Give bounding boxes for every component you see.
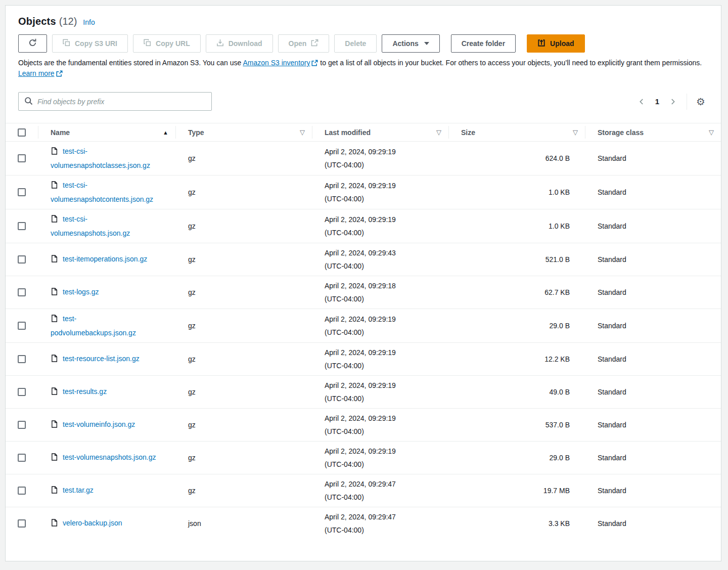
storage-class-cell: Standard: [585, 319, 721, 332]
actions-button[interactable]: Actions: [382, 34, 439, 53]
modified-timezone: (UTC-04:00): [325, 226, 441, 239]
table-row: velero-backup.json json April 2, 2024, 0…: [6, 507, 721, 540]
object-name-link[interactable]: test-csi-volumesnapshots.json.gz: [51, 215, 130, 237]
row-checkbox[interactable]: [18, 487, 26, 495]
row-checkbox[interactable]: [18, 355, 26, 363]
refresh-button[interactable]: [18, 34, 47, 53]
name-cell: velero-backup.json: [38, 516, 175, 531]
filter-icon[interactable]: ▽: [436, 128, 441, 136]
search-input[interactable]: [37, 98, 206, 106]
learn-more-link[interactable]: Learn more: [18, 69, 55, 77]
modified-date: April 2, 2024, 09:29:43: [325, 246, 441, 259]
object-name-link[interactable]: test.tar.gz: [63, 486, 94, 494]
table-body: test-csi-volumesnapshotclasses.json.gz g…: [6, 142, 721, 540]
row-checkbox[interactable]: [18, 519, 26, 528]
column-header-type[interactable]: Type ▽: [175, 123, 312, 141]
row-checkbox[interactable]: [18, 188, 26, 196]
storage-class-cell: Standard: [585, 451, 721, 464]
object-name-link[interactable]: test-logs.gz: [63, 288, 99, 296]
copy-icon: [63, 39, 70, 48]
object-name-link[interactable]: test-resource-list.json.gz: [63, 355, 140, 363]
row-checkbox[interactable]: [18, 255, 26, 264]
row-checkbox[interactable]: [18, 421, 26, 429]
last-modified-cell: April 2, 2024, 09:29:19 (UTC-04:00): [312, 346, 448, 372]
previous-page-button[interactable]: [634, 95, 649, 108]
row-checkbox-cell: [6, 222, 38, 230]
row-checkbox[interactable]: [18, 288, 26, 296]
row-checkbox[interactable]: [18, 388, 26, 396]
current-page[interactable]: 1: [649, 97, 665, 106]
controls-row: 1 ⚙: [18, 92, 708, 111]
modified-timezone: (UTC-04:00): [325, 192, 441, 205]
filter-icon[interactable]: ▽: [573, 128, 578, 136]
column-header-name[interactable]: Name ▲: [38, 123, 175, 141]
row-checkbox[interactable]: [18, 454, 26, 462]
storage-class-cell: Standard: [585, 152, 721, 165]
type-cell: gz: [175, 451, 312, 464]
file-icon: [51, 485, 58, 498]
row-checkbox-cell: [6, 454, 38, 462]
modified-date: April 2, 2024, 09:29:19: [325, 213, 441, 226]
select-all-checkbox[interactable]: [18, 128, 26, 137]
info-link[interactable]: Info: [83, 18, 95, 26]
name-cell: test-results.gz: [38, 385, 175, 399]
table-row: test.tar.gz gz April 2, 2024, 09:29:47 (…: [6, 474, 721, 507]
create-folder-button[interactable]: Create folder: [451, 34, 516, 53]
modified-date: April 2, 2024, 09:29:19: [325, 412, 441, 425]
row-checkbox-cell: [6, 355, 38, 363]
next-page-button[interactable]: [665, 95, 680, 108]
copy-icon: [144, 39, 151, 48]
object-name-link[interactable]: test-results.gz: [63, 387, 107, 396]
size-cell: 624.0 B: [448, 152, 585, 165]
object-name-link[interactable]: test-csi-volumesnapshotclasses.json.gz: [51, 147, 150, 169]
name-cell: test-podvolumebackups.json.gz: [38, 312, 175, 339]
column-header-size[interactable]: Size ▽: [448, 123, 585, 141]
name-cell: test-csi-volumesnapshots.json.gz: [38, 212, 175, 240]
row-checkbox[interactable]: [18, 154, 26, 162]
object-name-link[interactable]: test-volumeinfo.json.gz: [63, 420, 135, 428]
filter-icon[interactable]: ▽: [300, 128, 305, 136]
column-header-storage-class[interactable]: Storage class ▽: [585, 123, 721, 141]
table-row: test-itemoperations.json.gz gz April 2, …: [6, 243, 721, 276]
object-name-link[interactable]: test-volumesnapshots.json.gz: [63, 453, 156, 461]
row-checkbox-cell: [6, 255, 38, 264]
last-modified-cell: April 2, 2024, 09:29:19 (UTC-04:00): [312, 213, 448, 239]
type-cell: gz: [175, 353, 312, 366]
object-name-link[interactable]: test-csi-volumesnapshotcontents.json.gz: [51, 181, 153, 203]
object-name-link[interactable]: velero-backup.json: [63, 519, 122, 527]
size-cell: 49.0 B: [448, 385, 585, 399]
object-name-link[interactable]: test-itemoperations.json.gz: [63, 255, 147, 263]
settings-gear-icon[interactable]: ⚙: [693, 96, 708, 108]
row-checkbox-cell: [6, 322, 38, 330]
search-box: [18, 92, 212, 111]
name-cell: test-volumeinfo.json.gz: [38, 418, 175, 432]
row-checkbox[interactable]: [18, 222, 26, 230]
storage-class-cell: Standard: [585, 253, 721, 266]
type-cell: gz: [175, 385, 312, 399]
select-all-cell: [6, 123, 38, 141]
object-name-link[interactable]: test-podvolumebackups.json.gz: [51, 315, 136, 337]
type-cell: gz: [175, 418, 312, 431]
size-cell: 29.0 B: [448, 451, 585, 464]
name-cell: test.tar.gz: [38, 484, 175, 498]
last-modified-cell: April 2, 2024, 09:29:18 (UTC-04:00): [312, 279, 448, 305]
upload-button[interactable]: Upload: [527, 34, 584, 53]
row-checkbox-cell: [6, 487, 38, 495]
last-modified-cell: April 2, 2024, 09:29:19 (UTC-04:00): [312, 379, 448, 405]
storage-class-cell: Standard: [585, 418, 721, 431]
last-modified-cell: April 2, 2024, 09:29:47 (UTC-04:00): [312, 510, 448, 537]
name-cell: test-logs.gz: [38, 285, 175, 299]
sort-ascending-icon[interactable]: ▲: [163, 129, 168, 136]
file-icon: [51, 353, 58, 366]
filter-icon[interactable]: ▽: [709, 128, 714, 136]
s3-objects-page: { "header": { "title": "Objects", "count…: [0, 0, 728, 570]
modified-date: April 2, 2024, 09:29:19: [325, 346, 441, 359]
type-cell: gz: [175, 253, 312, 266]
inventory-link[interactable]: Amazon S3 inventory: [243, 59, 310, 67]
size-cell: 537.0 B: [448, 418, 585, 431]
last-modified-cell: April 2, 2024, 09:29:19 (UTC-04:00): [312, 412, 448, 438]
column-header-last-modified[interactable]: Last modified ▽: [312, 123, 448, 141]
modified-timezone: (UTC-04:00): [325, 523, 441, 537]
row-checkbox[interactable]: [18, 322, 26, 330]
copy-s3-uri-button: Copy S3 URI: [52, 34, 128, 53]
